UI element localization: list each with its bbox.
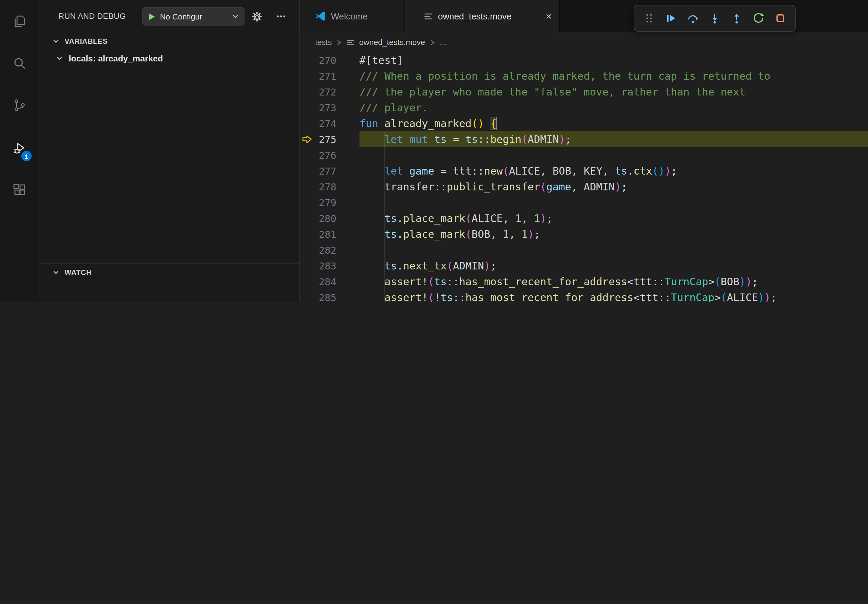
gutter-margin[interactable] <box>300 147 315 163</box>
activity-bar: 1 <box>0 0 40 302</box>
gutter-margin[interactable] <box>300 84 315 100</box>
code-line-279: 279 <box>300 195 868 211</box>
tab-bar: Welcome owned_tests.move × <box>300 0 868 32</box>
restart-icon <box>752 12 764 24</box>
code-line-278: 278 transfer::public_transfer(game, ADMI… <box>300 179 868 195</box>
watch-section-header[interactable]: WATCH <box>40 264 299 280</box>
line-number: 284 <box>315 276 336 287</box>
line-number: 277 <box>315 165 336 177</box>
breadcrumb: tests owned_tests.move ... <box>300 32 868 52</box>
debug-step-into-button[interactable] <box>705 9 724 27</box>
code-line-text[interactable]: fun already_marked() { <box>360 118 497 130</box>
step-over-icon <box>687 12 699 24</box>
debug-restart-button[interactable] <box>749 9 768 27</box>
code-line-text[interactable]: assert!(!ts::has_most_recent_for_address… <box>360 291 777 302</box>
move-file-icon <box>423 11 433 21</box>
extensions-icon <box>12 183 27 197</box>
activity-bar-item-search[interactable] <box>5 49 34 78</box>
continue-icon <box>665 12 677 24</box>
code-line-text[interactable]: let game = ttt::new(ALICE, BOB, KEY, ts.… <box>360 165 677 177</box>
code-line-272: 272/// the player who made the "false" m… <box>300 84 868 100</box>
line-number: 274 <box>315 118 336 129</box>
code-line-text[interactable]: ts.place_mark(ALICE, 1, 1); <box>360 212 553 225</box>
code-line-283: 283 ts.next_tx(ADMIN); <box>300 258 868 274</box>
line-number: 270 <box>315 54 336 66</box>
debug-step-over-button[interactable] <box>684 9 702 27</box>
gutter-margin[interactable] <box>300 68 315 84</box>
gutter-margin[interactable] <box>300 242 315 258</box>
debug-continue-button[interactable] <box>662 9 680 27</box>
code-line-text[interactable]: #[test] <box>360 54 403 66</box>
source-control-icon <box>12 98 27 113</box>
code-line-274: 274fun already_marked() { <box>300 116 868 132</box>
debug-current-line-icon <box>302 135 312 144</box>
tab-label: Welcome <box>331 11 367 21</box>
debug-config-dropdown[interactable]: No Configur <box>142 7 245 26</box>
activity-bar-item-extensions[interactable] <box>5 175 34 204</box>
tab-owned-tests-move[interactable]: owned_tests.move × <box>405 0 560 32</box>
watch-header-label: WATCH <box>65 268 91 276</box>
gutter-margin[interactable] <box>300 195 315 211</box>
step-out-icon <box>730 12 743 24</box>
gutter-margin[interactable] <box>300 211 315 226</box>
gear-icon <box>251 11 262 22</box>
run-and-debug-sidebar: RUN AND DEBUG No Configur <box>40 0 300 302</box>
line-number: 273 <box>315 102 336 113</box>
vscode-logo-icon <box>315 10 326 22</box>
gutter-margin[interactable] <box>300 52 315 68</box>
code-line-284: 284 assert!(ts::has_most_recent_for_addr… <box>300 274 868 290</box>
code-line-text[interactable]: ts.place_mark(BOB, 1, 1); <box>360 228 540 240</box>
gutter-margin[interactable] <box>300 116 315 132</box>
breadcrumb-folder[interactable]: tests <box>315 38 332 47</box>
variables-scope-row[interactable]: locals: already_marked <box>40 49 299 68</box>
search-icon <box>12 56 27 71</box>
code-line-276: 276 <box>300 147 868 163</box>
line-number: 281 <box>315 228 336 240</box>
code-line-text[interactable]: ts.next_tx(ADMIN); <box>360 260 497 272</box>
gutter-margin[interactable] <box>300 100 315 116</box>
code-editor[interactable]: 270#[test]271/// When a position is alre… <box>300 52 868 302</box>
tab-welcome[interactable]: Welcome <box>300 0 405 32</box>
code-line-text[interactable]: let mut ts = ts::begin(ADMIN); <box>360 133 571 146</box>
code-line-271: 271/// When a position is already marked… <box>300 68 868 84</box>
line-number: 272 <box>315 86 336 98</box>
code-line-text[interactable]: /// the player who made the "false" move… <box>360 86 746 98</box>
chevron-down-icon <box>52 37 60 45</box>
debug-stop-button[interactable] <box>771 9 789 27</box>
line-number: 275 <box>315 133 336 145</box>
code-lines: 270#[test]271/// When a position is alre… <box>300 52 868 302</box>
more-actions-button[interactable] <box>273 8 290 25</box>
close-icon[interactable]: × <box>546 11 552 21</box>
breadcrumb-more[interactable]: ... <box>440 38 446 47</box>
gutter-margin[interactable] <box>300 179 315 195</box>
code-line-text[interactable]: transfer::public_transfer(game, ADMIN); <box>360 181 627 193</box>
code-line-text[interactable]: /// player. <box>360 102 428 114</box>
activity-bar-item-source-control[interactable] <box>5 91 34 120</box>
gutter-margin[interactable] <box>300 258 315 274</box>
code-line-text[interactable]: assert!(ts::has_most_recent_for_address<… <box>360 276 758 288</box>
gutter-margin[interactable] <box>300 274 315 290</box>
code-line-277: 277 let game = ttt::new(ALICE, BOB, KEY,… <box>300 163 868 179</box>
line-number: 285 <box>315 292 336 302</box>
debug-step-out-button[interactable] <box>727 9 746 27</box>
breadcrumb-file[interactable]: owned_tests.move <box>359 38 425 47</box>
chevron-down-icon <box>232 13 239 20</box>
activity-bar-item-explorer[interactable] <box>5 7 34 36</box>
gutter-margin[interactable] <box>300 226 315 242</box>
debug-current-line-marker[interactable] <box>300 132 315 147</box>
gutter-margin[interactable] <box>300 290 315 302</box>
activity-bar-item-run-and-debug[interactable]: 1 <box>5 133 34 163</box>
watch-section: WATCH <box>40 263 299 302</box>
sidebar-title: RUN AND DEBUG <box>58 0 126 33</box>
code-line-270: 270#[test] <box>300 52 868 68</box>
debug-toolbar-drag-handle[interactable] <box>640 9 658 27</box>
debug-configure-gear-button[interactable] <box>248 8 265 25</box>
step-into-icon <box>708 12 721 24</box>
code-line-text[interactable]: /// When a position is already marked, t… <box>360 70 770 82</box>
start-debugging-icon[interactable] <box>148 12 156 20</box>
line-number: 276 <box>315 149 336 161</box>
sidebar-header: RUN AND DEBUG No Configur <box>40 0 299 33</box>
gutter-margin[interactable] <box>300 163 315 179</box>
variables-section-header[interactable]: VARIABLES <box>40 33 299 49</box>
line-number: 282 <box>315 244 336 256</box>
